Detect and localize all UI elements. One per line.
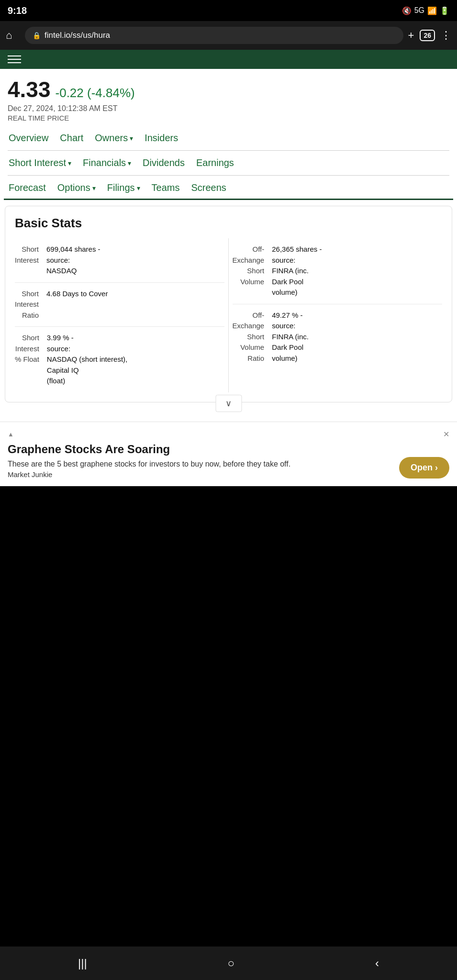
owners-dropdown-arrow: ▾ <box>130 134 133 142</box>
nav-row-3: Forecast Options ▾ Filings ▾ Teams Scree… <box>4 176 453 200</box>
filings-dropdown-arrow: ▾ <box>137 184 140 192</box>
back-button[interactable]: ||| <box>78 957 87 970</box>
new-tab-button[interactable]: + <box>408 29 414 42</box>
site-header <box>0 50 457 69</box>
ad-close-button[interactable]: ✕ <box>443 430 449 439</box>
nav-screens[interactable]: Screens <box>186 179 231 196</box>
hamburger-line-1 <box>8 56 21 56</box>
options-dropdown-arrow: ▾ <box>92 184 96 192</box>
short-interest-float-source: source:NASDAQ (short interest),Capital I… <box>47 344 224 387</box>
nav-owners[interactable]: Owners ▾ <box>90 130 138 146</box>
ad-label: ▲ <box>8 431 14 438</box>
browser-chrome: ⌂ 🔒 fintel.io/ss/us/hura + 26 ⋮ <box>0 21 457 50</box>
off-exchange-volume-label: Off-ExchangeShortVolume <box>233 245 265 286</box>
off-exchange-volume-source: source:FINRA (inc.Dark Poolvolume) <box>272 255 442 298</box>
stat-off-exchange-ratio: Off-ExchangeShortVolumeRatio 49.27 % - s… <box>233 304 443 370</box>
hamburger-menu-button[interactable] <box>8 56 21 63</box>
browser-actions: + 26 ⋮ <box>408 29 451 42</box>
nav-dividends[interactable]: Dividends <box>138 155 189 171</box>
status-time: 9:18 <box>8 5 27 16</box>
short-interest-source: source:NASDAQ <box>46 255 224 277</box>
nav-row-2: Short Interest ▾ Financials ▾ Dividends … <box>4 151 453 175</box>
ad-body: These are the 5 best graphene stocks for… <box>8 460 391 468</box>
home-button[interactable]: ⌂ <box>6 29 20 42</box>
ad-title: Graphene Stocks Are Soaring <box>8 443 449 456</box>
nav-row-1: Overview Chart Owners ▾ Insiders <box>4 126 453 150</box>
price-section: 4.33 -0.22 (-4.84%) Dec 27, 2024, 10:12:… <box>0 69 457 126</box>
nav-short-interest[interactable]: Short Interest ▾ <box>4 155 76 171</box>
short-interest-value: 699,044 shares - <box>46 244 224 255</box>
recents-button[interactable]: ‹ <box>375 957 379 970</box>
tabs-count-button[interactable]: 26 <box>420 30 435 41</box>
price-change: -0.22 (-4.84%) <box>56 86 135 100</box>
card-wrapper: Basic Stats ShortInterest 699,044 shares… <box>0 206 457 402</box>
stats-right-col: Off-ExchangeShortVolume 26,365 shares - … <box>229 238 443 392</box>
nav-options[interactable]: Options ▾ <box>53 179 100 196</box>
nav-financials[interactable]: Financials ▾ <box>78 155 136 171</box>
nav-teams[interactable]: Teams <box>147 179 185 196</box>
card-title: Basic Stats <box>15 216 442 231</box>
nav-overview[interactable]: Overview <box>4 130 53 146</box>
stat-short-interest-ratio: ShortInterestRatio 4.68 Days to Cover <box>15 283 224 327</box>
battery-icon: 🔋 <box>440 6 449 15</box>
short-interest-dropdown-arrow: ▾ <box>68 159 71 167</box>
hamburger-line-2 <box>8 59 21 60</box>
lock-icon: 🔒 <box>33 32 41 39</box>
mute-icon: 🔇 <box>402 6 412 15</box>
stats-columns: ShortInterest 699,044 shares - source:NA… <box>15 238 442 392</box>
off-exchange-ratio-label: Off-ExchangeShortVolumeRatio <box>233 311 265 362</box>
status-bar: 9:18 🔇 5G 📶 🔋 <box>0 0 457 21</box>
short-interest-float-label: ShortInterest% Float <box>15 334 39 363</box>
financials-dropdown-arrow: ▾ <box>128 159 131 167</box>
short-interest-float-value: 3.99 % - <box>47 333 224 344</box>
url-text: fintel.io/ss/us/hura <box>45 31 110 40</box>
ad-open-button[interactable]: Open › <box>399 457 449 479</box>
basic-stats-card: Basic Stats ShortInterest 699,044 shares… <box>5 206 452 402</box>
browser-menu-button[interactable]: ⋮ <box>441 29 451 42</box>
off-exchange-ratio-source: source:FINRA (inc.Dark Poolvolume) <box>272 321 442 364</box>
short-interest-ratio-value: 4.68 Days to Cover <box>46 289 224 300</box>
url-bar[interactable]: 🔒 fintel.io/ss/us/hura <box>25 27 403 44</box>
network-label: 5G <box>414 6 424 15</box>
page-content: 4.33 -0.22 (-4.84%) Dec 27, 2024, 10:12:… <box>0 50 457 486</box>
ad-source: Market Junkie <box>8 470 391 479</box>
ad-content: Graphene Stocks Are Soaring These are th… <box>8 443 449 479</box>
off-exchange-ratio-value: 49.27 % - <box>272 310 442 321</box>
nav-forecast[interactable]: Forecast <box>4 179 51 196</box>
price-main: 4.33 -0.22 (-4.84%) <box>8 77 449 102</box>
ad-banner: ▲ ✕ Graphene Stocks Are Soaring These ar… <box>0 422 457 486</box>
real-time-label: REAL TIME PRICE <box>8 114 449 122</box>
stat-short-interest: ShortInterest 699,044 shares - source:NA… <box>15 238 224 283</box>
stats-left-col: ShortInterest 699,044 shares - source:NA… <box>15 238 229 392</box>
short-interest-ratio-label: ShortInterestRatio <box>15 290 39 319</box>
off-exchange-volume-value: 26,365 shares - <box>272 244 442 255</box>
nav-filings[interactable]: Filings ▾ <box>102 179 145 196</box>
hamburger-line-3 <box>8 62 21 63</box>
short-interest-label: ShortInterest <box>15 245 39 264</box>
nav-earnings[interactable]: Earnings <box>191 155 239 171</box>
stat-short-interest-float: ShortInterest% Float 3.99 % - source:NAS… <box>15 327 224 392</box>
nav-insiders[interactable]: Insiders <box>140 130 183 146</box>
signal-icon: 📶 <box>427 6 437 15</box>
home-nav-button[interactable]: ○ <box>228 957 235 970</box>
price-date: Dec 27, 2024, 10:12:38 AM EST <box>8 104 449 113</box>
navigation-section: Overview Chart Owners ▾ Insiders Short I… <box>0 126 457 200</box>
status-icons: 🔇 5G 📶 🔋 <box>402 6 449 15</box>
stat-off-exchange-volume: Off-ExchangeShortVolume 26,365 shares - … <box>233 238 443 304</box>
stock-price: 4.33 <box>8 77 51 102</box>
nav-chart[interactable]: Chart <box>55 130 88 146</box>
collapse-button[interactable]: ∨ <box>215 395 242 412</box>
bottom-nav: ||| ○ ‹ <box>0 947 457 980</box>
